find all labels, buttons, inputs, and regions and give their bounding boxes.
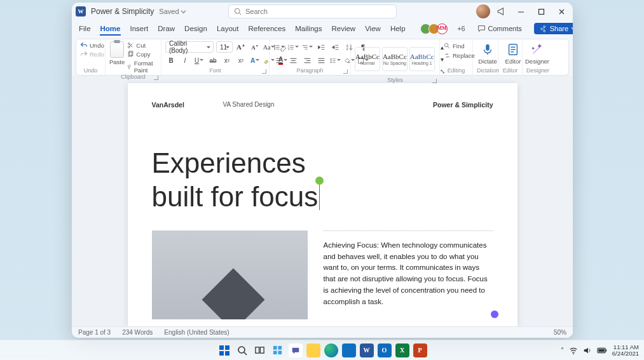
document-image[interactable]	[152, 230, 308, 319]
tab-insert[interactable]: Insert	[129, 22, 149, 35]
justify-button[interactable]	[315, 55, 327, 66]
document-page[interactable]: VanArsdel VA Shared Design Power & Simpl…	[128, 83, 517, 326]
align-left-button[interactable]	[273, 55, 285, 66]
presence-avatars[interactable]: MM	[423, 23, 448, 34]
share-button[interactable]: Share	[534, 23, 573, 34]
close-button[interactable]	[555, 4, 569, 18]
designer-button[interactable]: Designer	[526, 41, 548, 66]
document-title[interactable]: Power & Simplicity	[91, 7, 154, 16]
font-family-combo[interactable]: Calibri (Body)	[165, 41, 214, 53]
style-normal[interactable]: AaBbCcNormal	[355, 47, 380, 71]
underline-button[interactable]: U	[193, 55, 205, 66]
autosave-status[interactable]: Saved	[159, 8, 186, 15]
taskbar-excel[interactable]: X	[395, 343, 409, 357]
bullets-button[interactable]	[273, 41, 285, 53]
status-language[interactable]: English (United States)	[164, 329, 229, 336]
taskbar-search[interactable]	[235, 343, 249, 357]
tab-home[interactable]: Home	[100, 22, 121, 36]
svg-point-43	[573, 353, 574, 354]
copy-icon	[127, 51, 134, 58]
taskbar-edge[interactable]	[324, 343, 338, 357]
taskbar-explorer[interactable]	[306, 343, 320, 357]
align-right-button[interactable]	[301, 55, 313, 66]
taskbar-store[interactable]	[342, 343, 356, 357]
search-icon	[234, 8, 242, 15]
tab-file[interactable]: File	[78, 22, 92, 35]
text-effects-button[interactable]: A	[249, 55, 261, 66]
wifi-icon[interactable]	[569, 346, 578, 355]
task-view[interactable]	[253, 343, 267, 357]
search-box[interactable]: Search	[228, 4, 397, 18]
taskbar-clock[interactable]: 11:11 AM 6/24/2021	[612, 344, 639, 356]
tray-chevron[interactable]: ˄	[561, 347, 564, 354]
line-spacing-button[interactable]	[329, 55, 341, 66]
bold-button[interactable]: B	[165, 55, 177, 66]
status-page[interactable]: Page 1 of 3	[78, 329, 111, 336]
group-label: Designer	[526, 67, 547, 75]
numbering-button[interactable]: 123	[287, 41, 299, 53]
minimize-button[interactable]	[514, 4, 528, 18]
status-zoom[interactable]: 50%	[554, 329, 566, 336]
document-title-text[interactable]: Experiences built for focus	[152, 147, 493, 214]
widgets[interactable]	[271, 343, 285, 357]
editor-button[interactable]: Editor	[502, 41, 524, 66]
italic-button[interactable]: I	[179, 55, 191, 66]
taskbar-powerpoint[interactable]: P	[413, 343, 427, 357]
replace-icon	[444, 52, 451, 59]
maximize-button[interactable]	[535, 4, 549, 18]
shrink-font-button[interactable]: A▼	[249, 41, 261, 53]
svg-point-8	[274, 44, 275, 46]
undo-icon	[80, 41, 88, 49]
tab-review[interactable]: Review	[331, 22, 356, 35]
tab-draw[interactable]: Draw	[157, 22, 175, 35]
paste-button[interactable]: Paste	[109, 41, 125, 65]
cut-button[interactable]: Cut	[127, 42, 157, 49]
redo-button[interactable]: Redo	[80, 50, 104, 58]
increase-indent-button[interactable]	[329, 41, 341, 53]
megaphone-icon[interactable]	[497, 6, 508, 17]
align-right-icon	[303, 57, 312, 65]
line-spacing-icon	[329, 57, 336, 65]
style-no-spacing[interactable]: AaBbCcNo Spacing	[382, 47, 408, 71]
tab-design[interactable]: Design	[184, 22, 208, 35]
taskbar-word[interactable]: W	[360, 343, 374, 357]
dictate-button[interactable]: Dictate	[477, 41, 498, 66]
strikethrough-button[interactable]: ab	[207, 55, 219, 66]
tab-view[interactable]: View	[364, 22, 381, 35]
volume-icon[interactable]	[583, 346, 592, 355]
number-list-icon: 123	[287, 43, 294, 51]
align-center-button[interactable]	[287, 55, 299, 66]
decrease-indent-button[interactable]	[315, 41, 327, 53]
start-button[interactable]	[217, 343, 231, 357]
subscript-button[interactable]: x2	[221, 55, 233, 66]
battery-icon[interactable]	[597, 347, 607, 354]
grow-font-button[interactable]: A▲	[235, 41, 247, 53]
bullet-list-icon	[273, 43, 280, 51]
align-left-icon	[275, 57, 284, 65]
search-icon	[444, 43, 451, 50]
taskbar-chat[interactable]	[289, 343, 303, 357]
copy-button[interactable]: Copy	[127, 51, 157, 58]
style-heading1[interactable]: AaBbCcHeading 1	[409, 47, 435, 71]
undo-button[interactable]: Undo	[80, 41, 104, 49]
status-words[interactable]: 234 Words	[122, 329, 153, 336]
document-body-text[interactable]: Achieving Focus: When technology communi…	[324, 230, 493, 319]
find-button[interactable]: Find	[444, 43, 475, 50]
account-avatar[interactable]	[476, 4, 490, 18]
tab-mailings[interactable]: Mailings	[294, 22, 322, 35]
svg-rect-42	[278, 350, 282, 354]
replace-button[interactable]: Replace	[444, 52, 475, 59]
taskbar-outlook[interactable]: O	[378, 343, 392, 357]
comments-button[interactable]: Comments	[474, 23, 526, 35]
format-painter-button[interactable]: Format Paint	[127, 60, 157, 74]
document-canvas[interactable]: VanArsdel VA Shared Design Power & Simpl…	[72, 76, 573, 326]
presence-overflow[interactable]: +6	[458, 25, 465, 32]
tab-help[interactable]: Help	[390, 22, 406, 35]
tab-layout[interactable]: Layout	[216, 22, 240, 35]
superscript-button[interactable]: x2	[235, 55, 247, 66]
font-size-combo[interactable]: 11	[216, 41, 233, 53]
multilevel-list-button[interactable]	[301, 41, 313, 53]
tab-references[interactable]: References	[247, 22, 286, 35]
clipboard-icon	[110, 41, 124, 58]
svg-line-28	[448, 46, 449, 48]
